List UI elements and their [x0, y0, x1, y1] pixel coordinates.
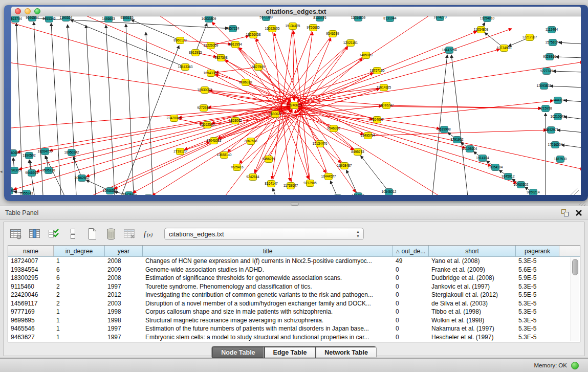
graph-node[interactable]: 9046504 — [26, 16, 39, 21]
graph-node[interactable]: 17016504 — [548, 142, 563, 148]
graph-node[interactable]: 8912954 — [229, 41, 242, 48]
table-row[interactable]: 969969511998Structural magnetic resonanc… — [8, 316, 580, 325]
graph-node[interactable]: 1446603 — [102, 16, 115, 23]
graph-node[interactable]: 12093832 — [537, 83, 552, 90]
fx-icon[interactable]: f(x) — [141, 227, 157, 241]
graph-node[interactable]: 16016247 — [379, 102, 394, 109]
graph-node[interactable]: 18950242 — [64, 149, 79, 156]
graph-node[interactable]: 8960123 — [173, 37, 187, 44]
insert-column-icon[interactable] — [28, 227, 43, 241]
graph-node[interactable]: 9619998 — [438, 126, 451, 133]
graph-node[interactable]: 15134476 — [313, 141, 328, 147]
graph-node[interactable]: 10548012 — [382, 189, 397, 195]
graph-node[interactable]: 12021191 — [343, 40, 358, 47]
new-page-icon[interactable] — [84, 227, 100, 241]
graph-node[interactable]: 15466303 — [103, 188, 118, 194]
table-settings-icon[interactable] — [9, 227, 24, 241]
graph-node[interactable]: 9242844 — [246, 174, 259, 181]
graph-node[interactable]: 16033809 — [202, 16, 216, 23]
graph-node[interactable]: 10954104 — [488, 164, 503, 171]
graph-node[interactable]: 9329366 — [543, 54, 556, 60]
graph-node[interactable]: 11614325 — [377, 84, 391, 91]
trash-icon[interactable] — [103, 227, 119, 241]
close-panel-icon[interactable] — [575, 209, 583, 217]
column-header-year[interactable]: year — [105, 246, 143, 256]
table-row[interactable]: 946362711997Embryonic stem cells: a mode… — [8, 333, 580, 342]
network-canvas[interactable]: 1724061316016247116143251875716574850831… — [11, 16, 581, 195]
graph-node[interactable]: 9227349 — [540, 68, 553, 75]
column-header-name[interactable]: name — [8, 246, 54, 256]
graph-node[interactable]: 18757165 — [370, 68, 385, 74]
graph-node[interactable]: 16210643 — [551, 114, 565, 120]
graph-node[interactable]: 7857224 — [226, 26, 239, 32]
graph-node[interactable]: 18495794 — [361, 133, 376, 139]
graph-node[interactable]: 10444577 — [321, 173, 336, 180]
graph-node[interactable]: 1112404 — [546, 27, 558, 33]
tab-edge-table[interactable]: Edge Table — [264, 346, 316, 359]
graph-node[interactable]: 8131044 — [383, 16, 397, 22]
graph-node[interactable]: 9756685 — [307, 25, 320, 31]
graph-node[interactable]: 16958487 — [337, 163, 352, 169]
column-header-short[interactable]: short — [429, 246, 516, 256]
table-row[interactable]: 1872400712008Changes of HCN gene express… — [8, 257, 580, 266]
graph-node[interactable]: 7625416 — [230, 164, 244, 171]
graph-node[interactable]: 1853002 — [229, 118, 242, 124]
graph-node[interactable]: 15751074 — [546, 39, 560, 46]
table-row[interactable]: 1938455462009Genome-wide association stu… — [8, 266, 580, 274]
float-panel-icon[interactable] — [560, 209, 569, 217]
graph-node[interactable]: 15692971 — [544, 127, 559, 134]
graph-node[interactable]: 1187530 — [554, 156, 567, 163]
graph-node[interactable]: 8495793 — [351, 149, 364, 156]
graph-node[interactable]: 18264730 — [38, 148, 53, 155]
table-row[interactable]: 946554611997Estimation of the future num… — [8, 324, 580, 333]
collapse-panel-arrow-icon[interactable]: ◂ — [0, 169, 3, 174]
window-titlebar[interactable]: citations_edges.txt — [11, 7, 581, 16]
graph-node[interactable]: 16022605 — [265, 26, 280, 32]
graph-node[interactable]: 12652510 — [200, 122, 215, 128]
graph-node[interactable]: 9546299 — [326, 31, 339, 37]
graph-node[interactable]: 1890502 — [23, 152, 36, 159]
citation-graph[interactable]: 1724061316016247116143251875716574850831… — [11, 16, 581, 195]
graph-node[interactable]: 18530022 — [198, 87, 212, 94]
table-row[interactable]: 1456911722003Disruption of a novel membe… — [8, 299, 580, 308]
graph-node[interactable]: 1914104 — [476, 155, 489, 162]
table-row[interactable]: 977716911998Corpus callosum shape and si… — [8, 308, 580, 316]
memory-ok-indicator[interactable] — [571, 362, 579, 369]
graph-node[interactable]: 8164104 — [331, 195, 344, 195]
graph-node[interactable]: 1074270 — [433, 16, 447, 21]
graph-node[interactable]: 1190305 — [11, 167, 21, 174]
graph-node[interactable]: 8164147 — [265, 181, 278, 187]
column-header-pagerank[interactable]: pagerank — [516, 246, 559, 256]
table-row[interactable]: 1830029562008Estimation of significance … — [8, 274, 580, 282]
graph-node[interactable]: 2867608 — [244, 138, 257, 145]
graph-node[interactable]: 18226058 — [246, 32, 261, 38]
select-rows-icon[interactable] — [47, 227, 62, 241]
graph-node[interactable]: 7204097 — [371, 117, 384, 123]
graph-node[interactable]: 13444134 — [551, 97, 565, 104]
graph-node[interactable]: 16543362 — [204, 70, 219, 77]
graph-node[interactable]: 9272583 — [197, 105, 210, 112]
column-header-in-degree[interactable]: in_degree — [54, 246, 105, 256]
column-header-title[interactable]: title — [143, 246, 393, 256]
table-row[interactable]: 911546021997Tourette syndrome. Phenomeno… — [8, 282, 580, 291]
graph-node[interactable]: 18226059 — [204, 42, 219, 49]
graph-node[interactable]: 25260650 — [11, 150, 20, 157]
graph-node[interactable]: 5572389 — [259, 16, 273, 21]
graph-node[interactable]: 8955343 — [20, 190, 33, 195]
graph-node[interactable]: 2718120 — [173, 148, 187, 155]
graph-node[interactable]: 9850214 — [527, 189, 540, 195]
table-row[interactable]: 2242004622012Investigating the contribut… — [8, 291, 580, 299]
graph-node[interactable]: 11739547 — [284, 183, 298, 189]
tab-network-table[interactable]: Network Table — [315, 346, 376, 359]
graph-node[interactable]: 10588140 — [217, 152, 232, 159]
graph-node[interactable]: 11054810 — [480, 16, 495, 22]
graph-node[interactable]: 9505135 — [120, 16, 134, 21]
graph-node[interactable]: 18046013 — [207, 138, 222, 144]
column-header-out-de-[interactable]: △out_de... — [393, 246, 429, 256]
graph-node[interactable]: 16108604 — [463, 146, 477, 152]
graph-node[interactable]: 8912955 — [189, 50, 202, 56]
graph-node[interactable]: 9169905 — [11, 188, 16, 194]
graph-node[interactable]: 10734903 — [497, 45, 512, 52]
graph-node[interactable]: 22420046 — [167, 115, 182, 122]
graph-node[interactable]: 9272905 — [303, 180, 317, 187]
